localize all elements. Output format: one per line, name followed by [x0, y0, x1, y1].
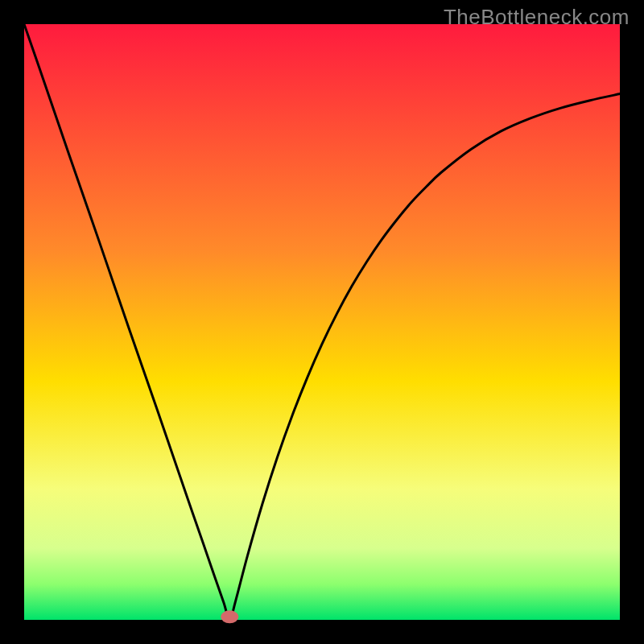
- optimum-marker: [221, 610, 238, 623]
- plot-background: [24, 24, 620, 620]
- bottleneck-chart: [0, 0, 644, 644]
- watermark-label: TheBottleneck.com: [444, 5, 630, 30]
- chart-frame: TheBottleneck.com: [0, 0, 644, 644]
